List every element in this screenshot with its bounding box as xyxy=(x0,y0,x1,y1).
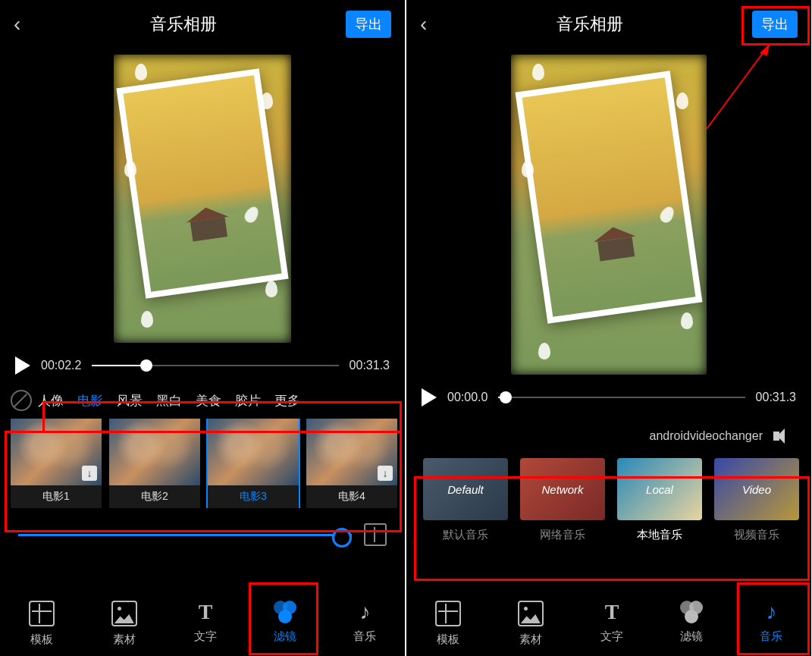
filter-category[interactable]: 胶片 xyxy=(235,392,261,410)
nav-label: 音乐 xyxy=(760,629,782,644)
seek-bar[interactable] xyxy=(498,397,745,398)
filter-category-row: 人像电影风景黑白美食胶片更多 xyxy=(0,382,405,419)
nav-label: 文字 xyxy=(600,629,623,644)
bottom-nav: 模板素材T文字滤镜♪音乐 xyxy=(406,587,811,656)
music-source[interactable]: Video视频音乐 xyxy=(714,458,799,550)
seek-bar[interactable] xyxy=(92,365,338,366)
nav-label: 滤镜 xyxy=(274,629,296,644)
seek-thumb[interactable] xyxy=(500,391,512,403)
nav-template[interactable]: 模板 xyxy=(29,601,55,647)
preview-area xyxy=(0,49,405,349)
bottom-nav: 模板素材T文字滤镜♪音乐 xyxy=(0,587,405,656)
phone-left: ‹ 音乐相册 导出 00:02.2 00:31.3 人像电影风景黑白美食胶片更多… xyxy=(0,0,405,656)
music-source[interactable]: Local本地音乐 xyxy=(617,458,702,550)
filter-preview-icon xyxy=(306,419,397,485)
music-source-thumbnails: Default默认音乐Network网络音乐Local本地音乐Video视频音乐 xyxy=(406,449,811,559)
intensity-slider[interactable] xyxy=(18,534,352,536)
playback-controls: 00:02.2 00:31.3 xyxy=(0,349,405,382)
preview-area xyxy=(406,49,811,381)
download-icon xyxy=(82,466,97,481)
filter-category[interactable]: 黑白 xyxy=(156,392,182,410)
filter-label: 电影3 xyxy=(208,485,299,508)
nav-label: 素材 xyxy=(519,632,542,647)
nav-material[interactable]: 素材 xyxy=(111,601,137,647)
nav-label: 素材 xyxy=(113,632,136,647)
template-icon xyxy=(29,601,55,626)
phone-right: ‹ 音乐相册 导出 00:00.0 00:31.3 androidvideoch… xyxy=(406,0,811,656)
time-current: 00:00.0 xyxy=(447,391,488,404)
header: ‹ 音乐相册 导出 xyxy=(406,0,811,49)
intensity-row xyxy=(0,508,405,554)
page-title: 音乐相册 xyxy=(150,13,217,36)
intensity-thumb[interactable] xyxy=(332,528,352,548)
filter-thumb[interactable]: 电影3 xyxy=(208,419,299,508)
current-track-row: androidvideochanger xyxy=(406,414,811,449)
video-preview[interactable] xyxy=(511,55,707,375)
filter-preview-icon xyxy=(208,419,299,485)
music-thumb-icon: Network xyxy=(520,458,605,520)
compare-icon[interactable] xyxy=(364,523,387,546)
nav-label: 模板 xyxy=(437,632,459,647)
seek-fill xyxy=(92,365,146,366)
filter-category[interactable]: 电影 xyxy=(77,392,103,410)
music-icon: ♪ xyxy=(353,601,376,623)
filter-category[interactable]: 风景 xyxy=(117,392,143,410)
filter-preview-icon xyxy=(109,419,200,485)
nav-text[interactable]: T文字 xyxy=(600,601,623,647)
music-label: 网络音乐 xyxy=(520,520,605,550)
filter-thumbnails: 电影1电影2电影3电影4 xyxy=(0,419,405,508)
play-button[interactable] xyxy=(15,356,30,375)
time-current: 00:02.2 xyxy=(41,359,81,372)
music-thumb-icon: Default xyxy=(423,458,508,520)
volume-icon[interactable] xyxy=(773,428,790,444)
material-icon xyxy=(111,601,137,626)
export-button[interactable]: 导出 xyxy=(346,11,391,38)
nav-music[interactable]: ♪音乐 xyxy=(353,601,376,647)
video-preview[interactable] xyxy=(114,55,291,343)
music-thumb-icon: Video xyxy=(714,458,799,520)
filter-thumb[interactable]: 电影4 xyxy=(306,419,397,508)
play-button[interactable] xyxy=(422,388,437,406)
music-source[interactable]: Default默认音乐 xyxy=(423,458,508,550)
template-icon xyxy=(435,601,461,626)
no-filter-icon[interactable] xyxy=(11,390,32,411)
filter-thumb[interactable]: 电影1 xyxy=(11,419,102,508)
filter-label: 电影1 xyxy=(11,485,102,508)
time-total: 00:31.3 xyxy=(350,359,390,372)
back-icon[interactable]: ‹ xyxy=(14,12,20,36)
filter-thumb[interactable]: 电影2 xyxy=(109,419,200,508)
filter-category[interactable]: 更多 xyxy=(274,392,300,410)
export-button[interactable]: 导出 xyxy=(752,11,798,38)
music-source[interactable]: Network网络音乐 xyxy=(520,458,605,550)
nav-label: 滤镜 xyxy=(680,629,703,644)
text-icon: T xyxy=(194,601,217,623)
filter-icon xyxy=(680,601,703,623)
playback-controls: 00:00.0 00:31.3 xyxy=(406,381,811,414)
nav-label: 音乐 xyxy=(353,629,376,644)
music-label: 本地音乐 xyxy=(617,520,702,550)
track-name: androidvideochanger xyxy=(650,429,763,443)
material-icon xyxy=(518,601,544,626)
seek-thumb[interactable] xyxy=(140,359,152,372)
music-label: 默认音乐 xyxy=(423,520,508,550)
nav-filter[interactable]: 滤镜 xyxy=(680,601,703,647)
nav-material[interactable]: 素材 xyxy=(518,601,544,647)
back-icon[interactable]: ‹ xyxy=(420,12,427,36)
filter-category[interactable]: 人像 xyxy=(38,392,64,410)
nav-filter[interactable]: 滤镜 xyxy=(274,601,296,647)
page-title: 音乐相册 xyxy=(556,13,623,36)
nav-text[interactable]: T文字 xyxy=(194,601,217,647)
time-total: 00:31.3 xyxy=(756,391,796,404)
filter-preview-icon xyxy=(11,419,102,485)
nav-label: 模板 xyxy=(30,632,53,647)
filter-label: 电影2 xyxy=(109,485,200,508)
text-icon: T xyxy=(600,601,623,623)
filter-icon xyxy=(274,601,296,623)
nav-music[interactable]: ♪音乐 xyxy=(760,601,782,647)
nav-template[interactable]: 模板 xyxy=(435,601,461,647)
header: ‹ 音乐相册 导出 xyxy=(0,0,405,49)
nav-label: 文字 xyxy=(194,629,217,644)
download-icon xyxy=(378,466,393,481)
filter-category[interactable]: 美食 xyxy=(196,392,221,410)
filter-label: 电影4 xyxy=(306,485,397,508)
